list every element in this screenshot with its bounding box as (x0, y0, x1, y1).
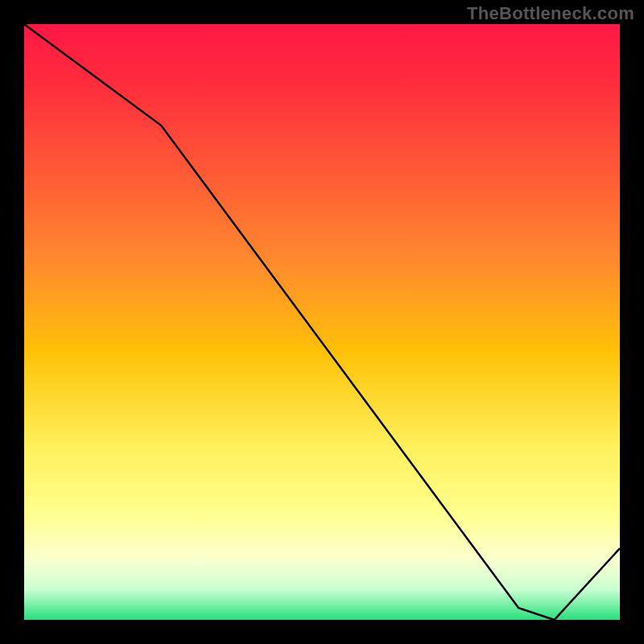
chart-frame: TheBottleneck.com (0, 0, 644, 644)
bottleneck-chart (0, 0, 644, 644)
plot-background (24, 24, 620, 620)
watermark-label: TheBottleneck.com (467, 3, 634, 24)
